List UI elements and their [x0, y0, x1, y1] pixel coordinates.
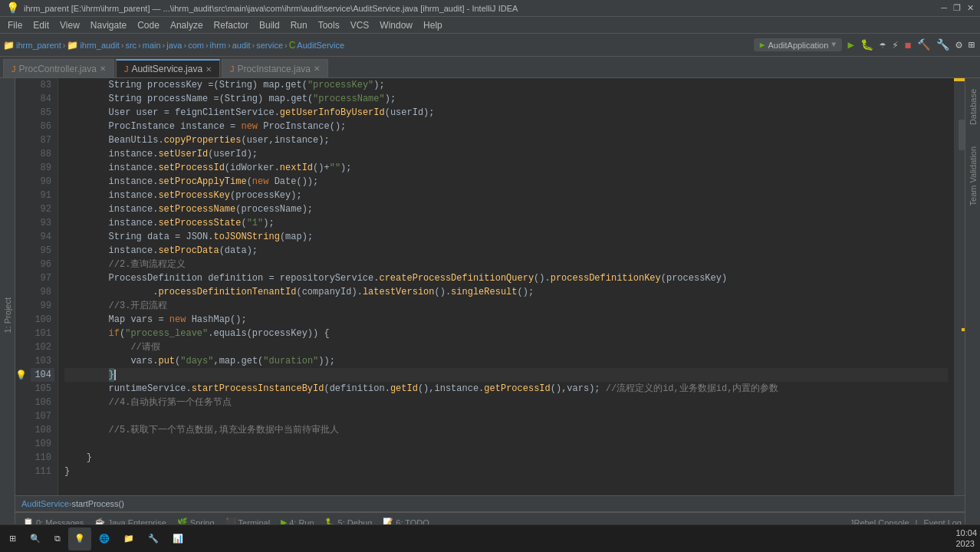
breadcrumb-ihrm[interactable]: ihrm: [210, 41, 226, 50]
minimize-button[interactable]: ─: [941, 3, 947, 13]
app4-icon: 🔧: [148, 534, 159, 544]
tab-audit-service[interactable]: J AuditService.java ✕: [116, 59, 220, 77]
code-line-97: ProcessDefinition definition = repositor…: [64, 271, 948, 285]
breadcrumb-auditservice[interactable]: AuditService: [297, 41, 344, 50]
intellij-taskbar[interactable]: 💡: [68, 527, 91, 550]
right-sidebar: Database Team Validation: [965, 78, 980, 552]
ln-105: 105: [31, 382, 54, 396]
gutter-85: [15, 106, 29, 120]
menu-view[interactable]: View: [55, 18, 84, 32]
gutter-97: [15, 271, 29, 285]
stop-button[interactable]: ◼: [903, 38, 913, 51]
breadcrumb-service[interactable]: service: [256, 41, 283, 50]
tab-close-instance[interactable]: ✕: [314, 64, 320, 73]
gutter-98: [15, 285, 29, 299]
menu-run[interactable]: Run: [286, 18, 312, 32]
ln-86: 86: [31, 120, 54, 133]
tab-close-audit[interactable]: ✕: [206, 65, 212, 74]
debug-button[interactable]: 🐛: [858, 38, 876, 51]
team-validation-label[interactable]: Team Validation: [967, 143, 979, 209]
code-line-89: instance.setProcessId(idWorker.nextId()+…: [64, 161, 948, 175]
ln-96: 96: [31, 258, 54, 271]
browser-taskbar[interactable]: 🌐: [93, 527, 116, 550]
ln-84: 84: [31, 92, 54, 106]
breadcrumb-ihrm-parent[interactable]: ihrm_parent: [16, 41, 61, 50]
ln-94: 94: [31, 230, 54, 244]
code-line-93: instance.setProcessState("1");: [64, 216, 948, 230]
taskview-button[interactable]: ⧉: [48, 527, 67, 550]
tab-bar: J ProcController.java ✕ J AuditService.j…: [0, 57, 980, 78]
code-editor: 💡 83 84 85 86 87 88: [15, 78, 965, 495]
menu-refactor[interactable]: Refactor: [209, 18, 253, 32]
app5-taskbar[interactable]: 📊: [166, 527, 189, 550]
ln-103: 103: [31, 354, 54, 368]
start-button[interactable]: ⊞: [3, 527, 22, 550]
menu-tools[interactable]: Tools: [314, 18, 344, 32]
menu-help[interactable]: Help: [419, 18, 447, 32]
browser-icon: 🌐: [99, 534, 110, 544]
maximize-button[interactable]: ❐: [953, 3, 961, 13]
ln-97: 97: [31, 271, 54, 285]
layout-icon[interactable]: ⊞: [966, 38, 977, 51]
tab-proc-instance[interactable]: J ProcInstance.java ✕: [222, 59, 328, 77]
profile-button[interactable]: ⚡: [890, 38, 900, 51]
ln-102: 102: [31, 340, 54, 354]
build-button[interactable]: 🔨: [915, 38, 932, 51]
code-line-101: if("process_leave".equals(processKey)) {: [64, 327, 948, 340]
code-line-105: runtimeService.startProcessInstanceById(…: [64, 382, 948, 396]
breadcrumb-audit[interactable]: audit: [232, 41, 251, 50]
app4-taskbar[interactable]: 🔧: [142, 527, 165, 550]
tab-proc-controller[interactable]: J ProcController.java ✕: [3, 59, 114, 77]
tools-button2[interactable]: 🔧: [934, 38, 952, 51]
database-label[interactable]: Database: [967, 86, 979, 128]
run-config-name: AuditApplication: [768, 41, 828, 50]
run-button[interactable]: ▶: [845, 38, 856, 51]
gutter-111: [15, 465, 29, 478]
taskbar-right: 10:042023: [955, 528, 977, 550]
tab-close-proc[interactable]: ✕: [100, 64, 106, 73]
code-line-111: }: [64, 465, 948, 478]
code-line-91: instance.setProcessKey(processKey);: [64, 189, 948, 202]
status-class[interactable]: AuditService: [21, 499, 69, 508]
gutter-101: [15, 327, 29, 340]
ln-93: 93: [31, 216, 54, 230]
gutter-95: [15, 244, 29, 258]
menu-file[interactable]: File: [3, 18, 27, 32]
ln-101: 101: [31, 327, 54, 340]
menu-code[interactable]: Code: [133, 18, 164, 32]
breadcrumb-src[interactable]: src: [125, 41, 136, 50]
scrollbar-thumb[interactable]: [959, 120, 965, 150]
ln-111: 111: [31, 465, 54, 478]
sidebar-structure-label[interactable]: 1: Project: [2, 294, 14, 336]
breadcrumb-main[interactable]: main: [143, 41, 161, 50]
breadcrumb-java[interactable]: java: [166, 41, 182, 50]
ln-110: 110: [31, 451, 54, 465]
toolbar: 📁 ihrm_parent › 📁 ihrm_audit › src › mai…: [0, 34, 980, 57]
search-button[interactable]: 🔍: [24, 527, 47, 550]
gutter-103: [15, 354, 29, 368]
menu-edit[interactable]: Edit: [28, 18, 54, 32]
breadcrumb-ihrm-audit[interactable]: ihrm_audit: [80, 41, 119, 50]
settings-icon[interactable]: ⚙: [953, 38, 964, 51]
scrollbar-area: [954, 78, 965, 495]
line-numbers: 83 84 85 86 87 88 89 90 91 92 93 94 95 9…: [29, 78, 58, 495]
menu-analyze[interactable]: Analyze: [166, 18, 208, 32]
gutter-92: [15, 202, 29, 216]
close-button[interactable]: ✕: [967, 3, 974, 13]
ln-107: 107: [31, 409, 54, 423]
ln-91: 91: [31, 189, 54, 202]
menu-build[interactable]: Build: [255, 18, 284, 32]
gutter-84: [15, 92, 29, 106]
warning-icon: 💡: [15, 370, 27, 381]
code-content[interactable]: String processKey =(String) map.get("pro…: [58, 78, 954, 495]
breadcrumb: 📁 ihrm_parent › 📁 ihrm_audit › src › mai…: [3, 40, 344, 51]
breadcrumb-com[interactable]: com: [188, 41, 204, 50]
menu-window[interactable]: Window: [375, 18, 417, 32]
code-line-102: //请假: [64, 340, 948, 354]
search-icon: 🔍: [30, 534, 41, 544]
menu-navigate[interactable]: Navigate: [86, 18, 131, 32]
coverage-button[interactable]: ☂: [877, 38, 888, 51]
explorer-taskbar[interactable]: 📁: [117, 527, 140, 550]
menu-vcs[interactable]: VCS: [346, 18, 374, 32]
title-controls: ─ ❐ ✕: [941, 3, 974, 13]
